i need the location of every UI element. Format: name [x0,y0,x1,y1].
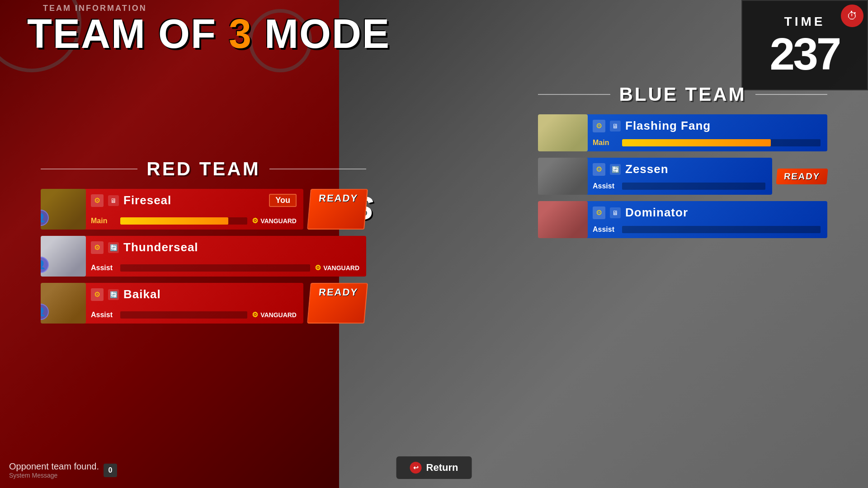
vanguard-icon: ⚙ [252,216,258,225]
zessen-name-row: ⚙ 🔄 Zessen [593,162,765,176]
thunderseal-role-label: Assist [91,264,116,272]
baikal-platform-icon: 🔄 [108,289,119,300]
title-text: TEAM OF 3 MODE [27,14,390,54]
fireseal-name-row: ⚙ 🖥 Fireseal You [91,193,297,207]
baikal-vanguard-icon: ⚙ [252,310,258,319]
red-player-3: 👤 ⚙ 🔄 Baikal Assist ⚙ VANGUARD READY [41,283,366,324]
system-label: System Message [9,472,99,479]
blue-team-title: BLUE TEAM [610,84,755,105]
dominator-platform-icon: 🖥 [610,207,621,218]
fireseal-role-label: Main [91,217,116,225]
dominator-bar-row: Assist [593,225,821,234]
red-team-title: RED TEAM [137,158,269,180]
thunderseal-avatar: 👤 [41,236,86,277]
blue-team-header: BLUE TEAM [538,84,827,105]
dominator-bar [622,226,821,233]
flashingfang-card-body: ⚙ 🖥 Flashing Fang Main [586,114,827,151]
thunderseal-subrole: VANGUARD [323,264,359,272]
zessen-platform-icon: 🔄 [610,164,621,175]
flashingfang-bar-fill [622,139,771,146]
fireseal-bar-fill [120,217,228,225]
flashingfang-name: Flashing Fang [625,119,711,133]
fireseal-name: Fireseal [123,193,171,207]
blue-player-1: ⚙ 🖥 Flashing Fang Main [538,114,827,151]
baikal-avatar: 👤 [41,283,86,324]
thunderseal-bar-row: Assist ⚙ VANGUARD [91,263,359,272]
baikal-role-label: Assist [91,311,116,319]
dominator-card-body: ⚙ 🖥 Dominator Assist [586,201,827,238]
zessen-role-label: Assist [593,182,618,190]
thunderseal-name: Thunderseal [123,240,198,254]
title-suffix: MODE [252,11,390,56]
flashingfang-role-label: Main [593,139,618,147]
timer-icon: ⏱ [841,5,863,27]
fireseal-rank-icon: ⚙ [91,194,104,207]
fireseal-vanguard: ⚙ VANGUARD [252,216,297,225]
return-icon: ↩ [410,462,422,474]
zessen-art [538,158,588,195]
zessen-name: Zessen [625,162,669,176]
title-prefix: TEAM OF [27,11,229,56]
blue-header-line-left [538,94,610,95]
baikal-ready-badge: READY [307,283,368,324]
thunderseal-platform-icon: 🔄 [108,242,119,253]
blue-header-line-right [755,94,828,95]
zessen-rank-icon: ⚙ [593,163,605,176]
red-player-2: 👤 ⚙ 🔄 Thunderseal Assist ⚙ VANGUARD [41,236,366,277]
return-button[interactable]: ↩ Return [396,456,472,479]
main-title: TEAM OF 3 MODE [27,14,390,54]
dominator-avatar [538,201,588,238]
zessen-bar [622,183,765,190]
baikal-name-row: ⚙ 🔄 Baikal [91,287,297,301]
fireseal-subrole: VANGUARD [260,217,297,225]
bottom-status: Opponent team found. System Message 0 [9,461,117,479]
header: TEAM INFORMATION TEAM OF 3 MODE [0,0,868,72]
thunderseal-bar [120,264,310,272]
thunderseal-vanguard-icon: ⚙ [315,263,321,272]
baikal-subrole: VANGUARD [260,311,297,319]
thunderseal-vanguard: ⚙ VANGUARD [315,263,359,272]
red-team-header: RED TEAM [41,158,366,180]
blue-player-3: ⚙ 🖥 Dominator Assist [538,201,827,238]
baikal-bar-row: Assist ⚙ VANGUARD [91,310,297,319]
flashingfang-rank-icon: ⚙ [593,120,605,132]
fireseal-ready-badge: READY [307,189,368,230]
header-line-left [41,169,137,169]
timer-value: 237 [770,31,840,76]
fireseal-avatar: 👤 [41,189,86,230]
dominator-name-row: ⚙ 🖥 Dominator [593,206,821,220]
flashingfang-avatar [538,114,588,151]
red-team-section: RED TEAM 👤 ⚙ 🖥 Fireseal You Main ⚙ V [41,158,366,330]
red-player-1: 👤 ⚙ 🖥 Fireseal You Main ⚙ VANGUARD READY [41,189,366,230]
baikal-bar [120,311,247,319]
dominator-name: Dominator [625,206,688,220]
baikal-art [41,283,86,324]
fireseal-platform-icon: 🖥 [108,195,119,206]
fireseal-card-body: ⚙ 🖥 Fireseal You Main ⚙ VANGUARD [84,189,303,230]
blue-player-2: ⚙ 🔄 Zessen Assist READY [538,158,827,195]
thunderseal-rank-icon: ⚙ [91,241,104,254]
flashingfang-bar [622,139,821,146]
baikal-name: Baikal [123,287,161,301]
zessen-avatar [538,158,588,195]
baikal-rank-icon: ⚙ [91,288,104,301]
thunderseal-name-row: ⚙ 🔄 Thunderseal [91,240,359,254]
status-text: Opponent team found. [9,461,99,472]
flashingfang-bar-row: Main [593,139,821,147]
flashingfang-art [538,114,588,151]
thunderseal-card-body: ⚙ 🔄 Thunderseal Assist ⚙ VANGUARD [84,236,366,277]
flashingfang-platform-icon: 🖥 [610,121,621,131]
status-badge-number: 0 [104,464,117,477]
baikal-card-body: ⚙ 🔄 Baikal Assist ⚙ VANGUARD [84,283,303,324]
timer-label: TIME [784,14,826,29]
baikal-vanguard: ⚙ VANGUARD [252,310,297,319]
zessen-card-body: ⚙ 🔄 Zessen Assist [586,158,772,195]
blue-team-section: BLUE TEAM ⚙ 🖥 Flashing Fang Main [538,84,827,244]
dominator-role-label: Assist [593,225,618,234]
dominator-art [538,201,588,238]
timer-box: ⏱ TIME 237 [741,0,868,90]
fireseal-bar [120,217,247,225]
header-line-right [269,169,366,169]
fireseal-art [41,189,86,230]
title-number: 3 [229,11,252,56]
